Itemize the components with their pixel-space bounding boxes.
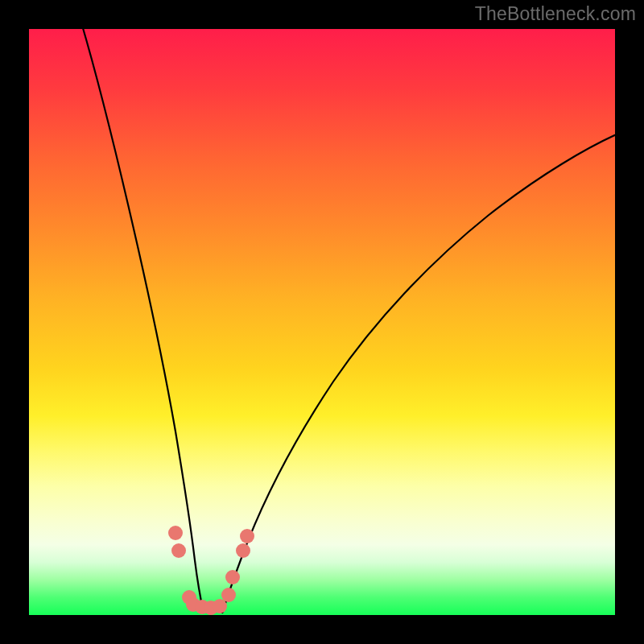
marker	[225, 570, 240, 584]
watermark-text: TheBottleneck.com	[475, 3, 636, 25]
chart-overlay	[29, 29, 615, 615]
marker	[221, 588, 236, 602]
curve-left	[81, 23, 204, 613]
curve-right	[222, 134, 618, 613]
plot-area	[29, 29, 615, 615]
chart-frame: TheBottleneck.com	[0, 0, 644, 644]
marker	[236, 543, 250, 558]
markers	[168, 526, 254, 615]
marker	[213, 599, 227, 613]
marker	[240, 529, 254, 543]
marker	[168, 526, 183, 540]
marker	[171, 543, 186, 558]
